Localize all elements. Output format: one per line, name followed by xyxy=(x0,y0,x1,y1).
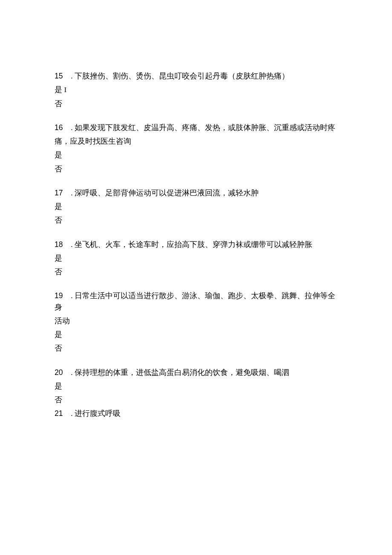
question-text: 15.下肢挫伤、割伤、烫伤、昆虫叮咬会引起丹毒（皮肤红肿热痛） xyxy=(55,70,337,81)
question-block: 19.日常生活中可以适当进行散步、游泳、瑜伽、跑步、太极拳、跳舞、拉伸等全身 活… xyxy=(55,290,337,354)
question-body: 保持理想的体重，进低盐高蛋白易消化的饮食，避免吸烟、喝泗 xyxy=(75,368,289,377)
question-continuation: 痛，应及时找医生咨询 xyxy=(55,136,337,147)
question-number: 21 xyxy=(55,408,66,419)
option-no: 否 xyxy=(55,266,337,277)
question-body: 如果发现下肢发红、皮温升高、疼痛、发热，或肢体肿胀、沉重感或活动时疼 xyxy=(75,123,335,132)
question-body: 日常生活中可以适当进行散步、游泳、瑜伽、跑步、太极拳、跳舞、拉伸等全身 xyxy=(55,291,335,311)
question-number: 15 xyxy=(55,70,66,81)
question-block: 17.深呼吸、足部背伸运动可以促进淋巴液回流，减轻水肿 是 否 xyxy=(55,187,337,226)
option-yes: 是 xyxy=(55,149,337,160)
option-yes: 是 I xyxy=(55,84,337,95)
option-no: 否 xyxy=(55,394,337,405)
option-yes: 是 xyxy=(55,201,337,212)
dot: . xyxy=(66,123,75,132)
dot: . xyxy=(66,291,75,300)
question-text: 17.深呼吸、足部背伸运动可以促进淋巴液回流，减轻水肿 xyxy=(55,187,337,198)
question-number: 18 xyxy=(55,239,66,250)
question-number: 19 xyxy=(55,290,66,301)
dot: . xyxy=(66,72,75,80)
option-yes: 是 xyxy=(55,329,337,340)
option-yes: 是 xyxy=(55,381,337,392)
question-number: 16 xyxy=(55,122,66,133)
question-body: 坐飞机、火车，长途车时，应抬高下肢、穿弹力袜或绷带可以减轻肿胀 xyxy=(75,240,312,249)
question-text: 21.进行腹式呼吸 xyxy=(55,408,337,419)
question-body: 深呼吸、足部背伸运动可以促进淋巴液回流，减轻水肿 xyxy=(75,189,259,197)
question-continuation: 活动 xyxy=(55,315,337,326)
option-no: 否 xyxy=(55,98,337,109)
question-block: 21.进行腹式呼吸 xyxy=(55,408,337,419)
option-yes: 是 xyxy=(55,253,337,264)
question-body: 下肢挫伤、割伤、烫伤、昆虫叮咬会引起丹毒（皮肤红肿热痛） xyxy=(75,72,289,80)
dot: . xyxy=(66,189,75,197)
option-no: 否 xyxy=(55,163,337,174)
question-text: 20.保持理想的体重，进低盐高蛋白易消化的饮食，避免吸烟、喝泗 xyxy=(55,367,337,378)
question-body: 进行腹式呼吸 xyxy=(75,409,121,418)
question-block: 18.坐飞机、火车，长途车时，应抬高下肢、穿弹力袜或绷带可以减轻肿胀 是 否 xyxy=(55,239,337,278)
question-number: 20 xyxy=(55,367,66,378)
dot: . xyxy=(66,409,75,418)
option-no: 否 xyxy=(55,343,337,354)
question-text: 18.坐飞机、火车，长途车时，应抬高下肢、穿弹力袜或绷带可以减轻肿胀 xyxy=(55,239,337,250)
question-block: 16.如果发现下肢发红、皮温升高、疼痛、发热，或肢体肿胀、沉重感或活动时疼 痛，… xyxy=(55,122,337,174)
dot: . xyxy=(66,368,75,377)
question-block: 20.保持理想的体重，进低盐高蛋白易消化的饮食，避免吸烟、喝泗 是 否 xyxy=(55,367,337,406)
dot: . xyxy=(66,240,75,249)
question-text: 16.如果发现下肢发红、皮温升高、疼痛、发热，或肢体肿胀、沉重感或活动时疼 痛，… xyxy=(55,122,337,147)
question-text: 19.日常生活中可以适当进行散步、游泳、瑜伽、跑步、太极拳、跳舞、拉伸等全身 活… xyxy=(55,290,337,326)
question-number: 17 xyxy=(55,187,66,198)
document-page: 15.下肢挫伤、割伤、烫伤、昆虫叮咬会引起丹毒（皮肤红肿热痛） 是 I 否 16… xyxy=(0,0,392,555)
question-block: 15.下肢挫伤、割伤、烫伤、昆虫叮咬会引起丹毒（皮肤红肿热痛） 是 I 否 xyxy=(55,70,337,109)
option-no: 否 xyxy=(55,215,337,226)
